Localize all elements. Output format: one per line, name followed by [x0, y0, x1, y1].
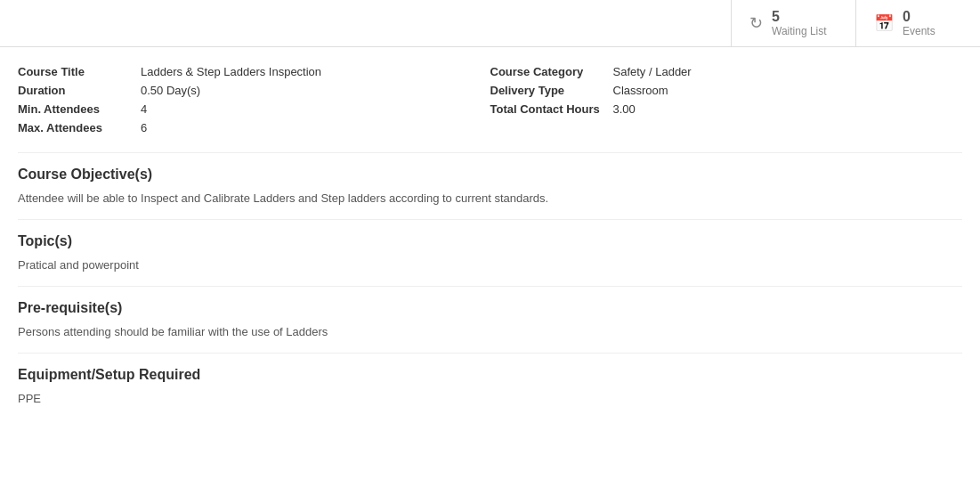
objectives-content: Attendee will be able to Inspect and Cal…	[18, 191, 962, 205]
divider-2	[18, 219, 962, 220]
min-attendees-value: 4	[141, 102, 147, 116]
contact-hours-label: Total Contact Hours	[490, 102, 606, 116]
events-button[interactable]: 📅 0 Events	[855, 0, 980, 46]
delivery-type-label: Delivery Type	[490, 84, 606, 97]
info-right-column: Course Category Safety / Ladder Delivery…	[490, 65, 963, 134]
course-title-value: Ladders & Step Ladders Inspection	[141, 65, 321, 78]
course-title-row: Course Title Ladders & Step Ladders Insp…	[18, 65, 490, 78]
prereq-content: Persons attending should be familiar wit…	[18, 325, 962, 338]
prereq-heading: Pre-requisite(s)	[18, 300, 962, 316]
contact-hours-row: Total Contact Hours 3.00	[490, 102, 963, 116]
info-left-column: Course Title Ladders & Step Ladders Insp…	[18, 65, 490, 134]
events-text: 0 Events	[903, 9, 935, 37]
topics-content: Pratical and powerpoint	[18, 258, 962, 272]
prereq-section: Pre-requisite(s) Persons attending shoul…	[18, 300, 962, 338]
main-content: Course Title Ladders & Step Ladders Insp…	[0, 47, 980, 437]
objectives-heading: Course Objective(s)	[18, 167, 962, 183]
duration-label: Duration	[18, 84, 134, 97]
equipment-content: PPE	[18, 392, 962, 405]
divider-3	[18, 286, 962, 287]
course-title-label: Course Title	[18, 65, 134, 78]
waiting-list-label: Waiting List	[772, 25, 827, 37]
delivery-type-value: Classroom	[613, 84, 668, 97]
category-value: Safety / Ladder	[613, 65, 692, 78]
max-attendees-label: Max. Attendees	[18, 121, 134, 134]
contact-hours-value: 3.00	[613, 102, 636, 116]
waiting-list-text: 5 Waiting List	[772, 9, 827, 37]
top-bar: ↻ 5 Waiting List 📅 0 Events	[0, 0, 980, 47]
waiting-list-button[interactable]: ↻ 5 Waiting List	[731, 0, 855, 46]
min-attendees-label: Min. Attendees	[18, 102, 134, 116]
waiting-list-count: 5	[772, 9, 827, 25]
objectives-section: Course Objective(s) Attendee will be abl…	[18, 167, 962, 205]
events-count: 0	[903, 9, 935, 25]
calendar-icon: 📅	[874, 13, 894, 33]
topics-section: Topic(s) Pratical and powerpoint	[18, 233, 962, 272]
max-attendees-row: Max. Attendees 6	[18, 121, 490, 134]
min-attendees-row: Min. Attendees 4	[18, 102, 490, 116]
course-info-grid: Course Title Ladders & Step Ladders Insp…	[18, 65, 962, 134]
duration-value: 0.50 Day(s)	[141, 84, 200, 97]
divider-1	[18, 152, 962, 153]
category-row: Course Category Safety / Ladder	[490, 65, 963, 78]
delivery-type-row: Delivery Type Classroom	[490, 84, 963, 97]
equipment-heading: Equipment/Setup Required	[18, 367, 962, 383]
divider-4	[18, 353, 962, 354]
equipment-section: Equipment/Setup Required PPE	[18, 367, 962, 405]
category-label: Course Category	[490, 65, 606, 78]
refresh-icon: ↻	[749, 13, 763, 33]
duration-row: Duration 0.50 Day(s)	[18, 84, 490, 97]
max-attendees-value: 6	[141, 121, 147, 134]
topics-heading: Topic(s)	[18, 233, 962, 249]
events-label: Events	[903, 25, 935, 37]
